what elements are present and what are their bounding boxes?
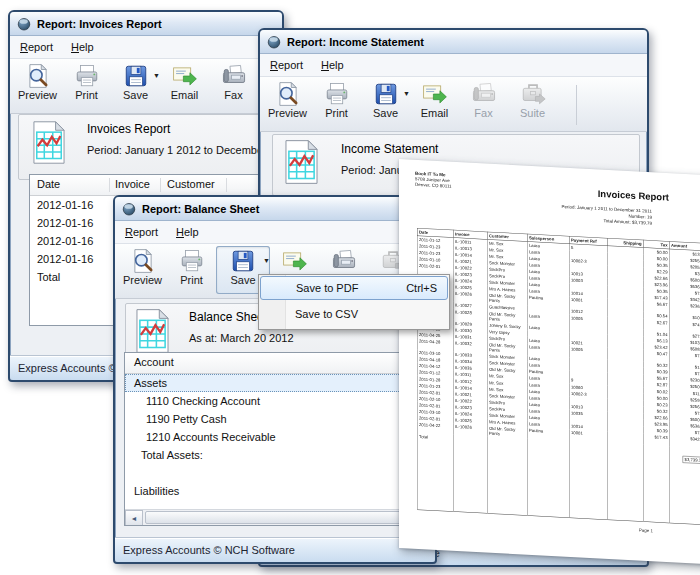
save-dropdown-menu: Save to PDF Ctrl+S Save to CSV bbox=[258, 274, 450, 330]
toolbar: ▼ Preview ▼ Print ▼ Save ▼ Email bbox=[260, 77, 647, 132]
toolbar-button-label: Preview bbox=[268, 107, 307, 119]
horizontal-scrollbar[interactable]: ◄ bbox=[125, 509, 427, 525]
menubar: Report Help bbox=[10, 36, 282, 59]
titlebar-invoices[interactable]: Report: Invoices Report bbox=[10, 12, 282, 36]
toolbar-button-label: Email bbox=[421, 107, 449, 119]
toolbar-button-icon bbox=[172, 63, 198, 89]
toolbar-button-label: Suite bbox=[520, 107, 545, 119]
printed-report-preview: Book IT To Me 5708 Juniper Ave Denver, C… bbox=[399, 159, 700, 564]
dropdown-arrow-icon[interactable]: ▼ bbox=[263, 257, 270, 264]
dropdown-arrow-icon[interactable]: ▼ bbox=[403, 90, 410, 97]
toolbar-button-icon bbox=[471, 81, 497, 107]
account-row[interactable]: Total Assets: bbox=[125, 446, 427, 464]
list-header[interactable]: Account bbox=[125, 353, 427, 374]
column-account[interactable]: Account bbox=[134, 356, 174, 368]
paper-total-row: Total $3,739.79 bbox=[417, 433, 700, 525]
toolbar-button-label: Email bbox=[171, 89, 199, 101]
toolbar-button[interactable]: ▼ Email bbox=[160, 61, 209, 109]
toolbar-button-label: Preview bbox=[123, 274, 162, 286]
toolbar-button[interactable]: ▼ Fax bbox=[209, 61, 258, 109]
report-chart-icon bbox=[33, 120, 65, 165]
column-separator bbox=[109, 178, 110, 192]
paper-report-meta: Period: January 1 2011 to December 31 20… bbox=[562, 204, 652, 227]
window-title: Report: Income Statement bbox=[287, 36, 424, 48]
toolbar-button-icon bbox=[179, 248, 205, 274]
menu-report[interactable]: Report bbox=[270, 59, 303, 71]
toolbar-button-icon bbox=[324, 81, 350, 107]
report-period: Period: Janu bbox=[341, 164, 403, 176]
paper-report-title: Invoices Report bbox=[598, 188, 669, 203]
toolbar-button-label: Print bbox=[75, 89, 98, 101]
toolbar-button-icon bbox=[74, 63, 100, 89]
toolbar-button-label: Print bbox=[180, 274, 203, 286]
toolbar-button[interactable]: ▼ Print bbox=[312, 79, 361, 127]
report-header-panel: Invoices Report Period: January 1 2012 t… bbox=[18, 114, 274, 180]
report-period: Period: January 1 2012 to December bbox=[87, 144, 267, 156]
toolbar-button-label: Save bbox=[123, 89, 148, 101]
toolbar-button-icon bbox=[373, 81, 399, 107]
scroll-left-icon[interactable]: ◄ bbox=[125, 510, 143, 526]
toolbar-button[interactable]: ▼ Print bbox=[167, 246, 216, 294]
scrollbar-thumb[interactable] bbox=[145, 511, 425, 524]
toolbar-button[interactable]: ▼ Preview bbox=[13, 61, 62, 109]
toolbar-button[interactable]: ▼ Save bbox=[111, 61, 160, 109]
toolbar-button-label: Save bbox=[230, 274, 255, 286]
toolbar-button-label: Save bbox=[373, 107, 398, 119]
menu-item-save-to-csv[interactable]: Save to CSV bbox=[259, 301, 449, 327]
accounts-list[interactable]: Account Assets1110 Checking Account1190 … bbox=[124, 352, 428, 526]
company-address-block: Book IT To Me 5708 Juniper Ave Denver, C… bbox=[415, 171, 452, 189]
column-invoice[interactable]: Invoice bbox=[115, 178, 150, 190]
menubar: Report Help bbox=[260, 54, 647, 77]
list-header[interactable]: Date Invoice Customer bbox=[30, 175, 274, 196]
app-icon bbox=[267, 35, 281, 49]
account-row[interactable]: Assets bbox=[125, 374, 427, 392]
toolbar-button-icon bbox=[520, 81, 546, 107]
paper-page-number: Page 1 bbox=[639, 528, 653, 534]
toolbar-button-label: Fax bbox=[224, 89, 242, 101]
paper-total-amount: $3,739.79 bbox=[683, 456, 700, 464]
toolbar-button[interactable]: ▼ Preview bbox=[118, 246, 167, 294]
status-text: Express Accounts © NCH Software bbox=[123, 544, 295, 556]
toolbar-button-icon bbox=[130, 248, 156, 274]
report-title: Invoices Report bbox=[87, 122, 170, 136]
toolbar-button-icon bbox=[422, 81, 448, 107]
menu-help[interactable]: Help bbox=[176, 226, 199, 238]
toolbar-button-icon bbox=[230, 248, 256, 274]
toolbar-button[interactable]: ▼ Fax bbox=[459, 79, 508, 127]
column-date[interactable]: Date bbox=[37, 178, 60, 190]
menu-report[interactable]: Report bbox=[125, 226, 158, 238]
toolbar-button[interactable]: ▼ Print bbox=[62, 61, 111, 109]
menu-item-label: Save to CSV bbox=[295, 308, 358, 320]
paper-invoice-table: DateInvoiceCustomerSalespersonPayment Re… bbox=[417, 228, 700, 525]
account-row[interactable]: 1210 Accounts Receivable bbox=[125, 428, 427, 446]
report-chart-icon bbox=[285, 139, 318, 185]
menu-help[interactable]: Help bbox=[321, 59, 344, 71]
toolbar-button-icon bbox=[221, 63, 247, 89]
menu-help[interactable]: Help bbox=[71, 41, 94, 53]
toolbar-button-icon bbox=[331, 248, 357, 274]
toolbar-separator bbox=[576, 85, 577, 125]
toolbar-button-icon bbox=[25, 63, 51, 89]
account-row[interactable]: 1190 Petty Cash bbox=[125, 410, 427, 428]
menu-item-save-to-pdf[interactable]: Save to PDF Ctrl+S bbox=[260, 276, 448, 300]
titlebar-balance[interactable]: Report: Balance Sheet bbox=[115, 197, 435, 221]
toolbar-button-icon bbox=[282, 248, 308, 274]
titlebar-income[interactable]: Report: Income Statement bbox=[260, 30, 647, 54]
dropdown-arrow-icon[interactable]: ▼ bbox=[153, 72, 160, 79]
column-separator bbox=[226, 178, 227, 192]
toolbar-button-label: Preview bbox=[18, 89, 57, 101]
column-customer[interactable]: Customer bbox=[167, 178, 215, 190]
window-balance-sheet[interactable]: Report: Balance Sheet Report Help ▼ Prev… bbox=[113, 195, 437, 564]
account-row[interactable]: Liabilities bbox=[125, 482, 427, 500]
menu-item-label: Save to PDF bbox=[296, 282, 358, 294]
toolbar-button[interactable]: ▼ Email bbox=[410, 79, 459, 127]
report-as-at: As at: March 20 2012 bbox=[189, 332, 294, 344]
toolbar-button[interactable]: ▼ Save bbox=[361, 79, 410, 127]
toolbar-button[interactable]: ▼ Preview bbox=[263, 79, 312, 127]
account-row[interactable] bbox=[125, 464, 427, 482]
report-chart-icon bbox=[136, 308, 169, 354]
account-row[interactable]: 1110 Checking Account bbox=[125, 392, 427, 410]
toolbar-button[interactable]: ▼ Suite bbox=[508, 79, 557, 127]
menu-report[interactable]: Report bbox=[20, 41, 53, 53]
menu-item-shortcut: Ctrl+S bbox=[406, 282, 437, 294]
